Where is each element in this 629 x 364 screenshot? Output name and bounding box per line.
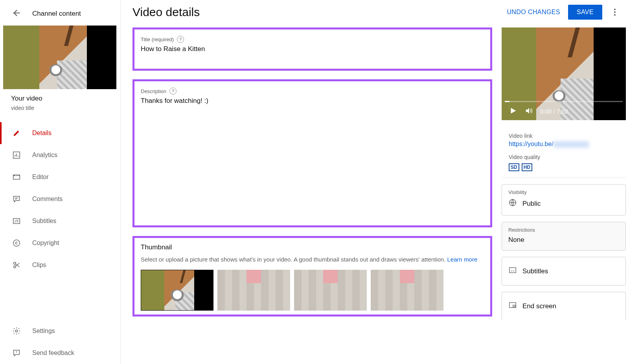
visibility-value: Public [522, 200, 541, 208]
pencil-icon [12, 128, 21, 138]
title-label: Title (required) [141, 37, 174, 42]
play-icon[interactable] [509, 106, 517, 116]
nav-feedback[interactable]: Send feedback [0, 342, 120, 364]
nav-clips-label: Clips [32, 262, 46, 269]
description-label: Description [141, 88, 166, 94]
editor-icon [12, 172, 21, 182]
back-arrow-icon[interactable] [11, 8, 21, 19]
thumbnail-description-text: Select or upload a picture that shows wh… [141, 256, 447, 263]
video-title-sub: video title [11, 105, 120, 111]
svg-point-5 [14, 266, 16, 268]
svg-point-4 [14, 262, 16, 265]
help-icon[interactable]: ? [169, 88, 177, 95]
sd-badge: SD [509, 163, 519, 171]
video-info-block: Video link https://youtu.be/ Video quali… [502, 126, 626, 178]
center-column: Title (required) ? Description ? [132, 27, 492, 364]
thumbnail-section-highlight: Thumbnail Select or upload a picture tha… [132, 236, 492, 316]
nav-editor[interactable]: Editor [0, 166, 120, 188]
analytics-icon [12, 150, 21, 160]
nav-comments[interactable]: Comments [0, 188, 120, 210]
svg-point-6 [15, 330, 18, 332]
thumbnail-option-2[interactable] [217, 270, 290, 311]
subtitles-icon [12, 216, 21, 226]
nav-details[interactable]: Details [0, 122, 120, 144]
title-highlight: Title (required) ? [132, 27, 492, 71]
gear-icon [12, 326, 21, 336]
sidebar: Channel content Your video video title D… [0, 0, 121, 364]
more-options-button[interactable] [610, 7, 620, 17]
main-header: Video details UNDO CHANGES SAVE [132, 5, 629, 20]
volume-icon[interactable] [524, 106, 533, 116]
sidebar-video-meta: Your video video title [0, 95, 120, 115]
thumbnail-options [141, 270, 484, 311]
subtitles-card-label: Subtitles [522, 267, 548, 275]
learn-more-link[interactable]: Learn more [447, 256, 478, 263]
feedback-icon [12, 348, 21, 358]
description-input[interactable] [141, 97, 484, 219]
copyright-icon [12, 238, 21, 248]
nav-settings-label: Settings [32, 327, 55, 335]
help-icon[interactable]: ? [177, 36, 184, 43]
svg-rect-2 [13, 219, 20, 224]
nav-clips[interactable]: Clips [0, 254, 120, 276]
description-field[interactable]: Description ? [134, 81, 490, 225]
nav-details-label: Details [32, 130, 51, 137]
your-video-label: Your video [11, 95, 120, 102]
video-preview[interactable]: 0:00 / 7:52 [502, 27, 626, 120]
hd-badge: HD [522, 163, 532, 171]
video-link-label: Video link [509, 133, 619, 139]
video-quality-label: Video quality [509, 154, 619, 160]
end-screen-label: End screen [522, 302, 556, 310]
visibility-card[interactable]: Visibility Public [502, 184, 626, 216]
page-title: Video details [132, 5, 200, 19]
nav-settings[interactable]: Settings [0, 320, 120, 342]
nav-comments-label: Comments [32, 196, 63, 203]
restrictions-value: None [508, 236, 524, 244]
video-link[interactable]: https://youtu.be/ [509, 141, 619, 148]
nav-analytics-label: Analytics [32, 152, 57, 159]
end-screen-card[interactable]: End screen [502, 292, 626, 320]
svg-point-3 [13, 240, 20, 247]
right-column: 0:00 / 7:52 Video link https://youtu.be/… [502, 27, 626, 364]
thumbnail-option-3[interactable] [294, 270, 367, 311]
svg-rect-8 [509, 268, 516, 273]
svg-rect-10 [513, 305, 515, 307]
sidebar-header: Channel content [0, 0, 120, 26]
sidebar-video-thumbnail[interactable] [3, 26, 116, 89]
subtitles-card[interactable]: Subtitles [502, 257, 626, 285]
sidebar-nav: Details Analytics Editor Comments Subtit… [0, 122, 120, 364]
restrictions-label: Restrictions [508, 227, 619, 233]
comments-icon [12, 194, 21, 204]
thumbnail-option-1[interactable] [141, 270, 213, 311]
description-highlight: Description ? [132, 79, 492, 227]
thumbnail-option-4[interactable] [371, 270, 443, 311]
save-button[interactable]: SAVE [568, 5, 602, 20]
nav-feedback-label: Send feedback [32, 349, 74, 357]
nav-analytics[interactable]: Analytics [0, 144, 120, 166]
thumbnail-description: Select or upload a picture that shows wh… [141, 255, 484, 264]
nav-copyright[interactable]: Copyright [0, 232, 120, 254]
restrictions-card: Restrictions None [502, 222, 626, 251]
nav-subtitles-label: Subtitles [32, 218, 56, 225]
title-input[interactable] [141, 45, 484, 53]
globe-icon [508, 198, 517, 209]
thumbnail-heading: Thumbnail [141, 243, 484, 251]
undo-changes-button[interactable]: UNDO CHANGES [507, 9, 560, 16]
nav-copyright-label: Copyright [32, 240, 59, 247]
nav-subtitles[interactable]: Subtitles [0, 210, 120, 232]
channel-content-label: Channel content [32, 10, 81, 18]
scissors-icon [12, 260, 21, 270]
subtitles-card-icon [508, 266, 517, 276]
end-screen-icon [508, 301, 517, 311]
preview-time: 0:00 / 7:52 [540, 108, 568, 115]
main: Video details UNDO CHANGES SAVE Title (r… [121, 0, 629, 364]
nav-editor-label: Editor [32, 174, 49, 181]
title-field[interactable]: Title (required) ? [134, 29, 490, 69]
header-actions: UNDO CHANGES SAVE [507, 5, 620, 20]
visibility-label: Visibility [508, 189, 619, 195]
